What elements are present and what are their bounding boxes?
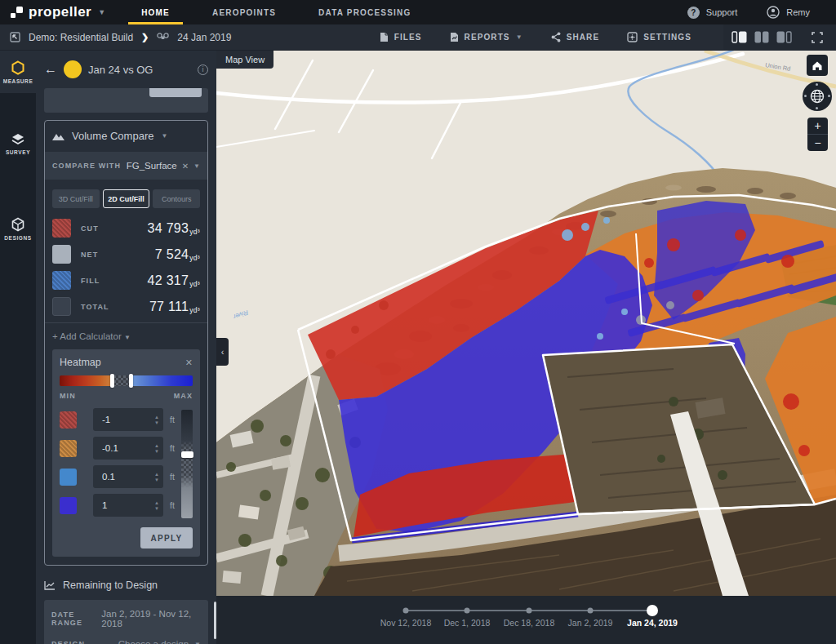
cutfill-view-tabs: 3D Cut/Fill 2D Cut/Fill Contours: [52, 189, 200, 208]
gradient-handle-left[interactable]: [110, 374, 114, 388]
opacity-slider[interactable]: [181, 410, 193, 518]
primary-nav-tabs: HOME AEROPOINTS DATA PROCESSING: [120, 0, 432, 24]
back-arrow-icon[interactable]: ←: [44, 62, 57, 77]
layout-sidebar-left-icon[interactable]: [732, 31, 747, 43]
report-icon: [450, 32, 459, 42]
compass-control[interactable]: [803, 82, 832, 111]
fill-label: FILL: [81, 277, 100, 285]
timeline-dot[interactable]: [465, 608, 470, 614]
cut-unit: yd³: [189, 228, 200, 236]
timeline-date-active[interactable]: Jan 24, 2019: [611, 618, 693, 628]
opacity-slider-handle[interactable]: [181, 451, 193, 458]
top-nav-right: ? Support Remy: [676, 6, 836, 19]
share-button[interactable]: SHARE: [537, 32, 614, 42]
breadcrumb: Demo: Residential Build ❯ 24 Jan 2019: [0, 32, 231, 43]
timeline-dot-active[interactable]: [647, 605, 658, 616]
reports-button[interactable]: REPORTS ▼: [436, 32, 537, 42]
scrolled-button-fragment[interactable]: [149, 88, 202, 97]
user-menu[interactable]: Remy: [755, 6, 821, 19]
unit-label: ft: [170, 443, 175, 453]
tab-home[interactable]: HOME: [120, 0, 191, 24]
home-view-button[interactable]: [807, 55, 828, 76]
map-scene: Union Rd: [216, 51, 836, 596]
fullscreen-button[interactable]: [800, 24, 836, 51]
volume-compare-header[interactable]: Volume Compare ▼: [52, 130, 200, 142]
threshold-input-orange[interactable]: [100, 442, 154, 454]
heatmap-gradient-bar[interactable]: [60, 375, 193, 386]
tab-contours[interactable]: Contours: [153, 189, 200, 208]
support-button[interactable]: ? Support: [676, 7, 749, 19]
timeline-dot[interactable]: [403, 608, 409, 614]
designs-cube-icon: [11, 217, 25, 232]
date-range-value[interactable]: Jan 2, 2019 - Nov 12, 2018: [101, 609, 201, 628]
remaining-to-design-header[interactable]: Remaining to Design: [44, 580, 208, 591]
propeller-logo[interactable]: propeller ▼: [0, 4, 113, 20]
rail-label-designs: DESIGNS: [4, 235, 31, 241]
heatmap-card: Heatmap ✕ MIN MAX: [52, 349, 200, 557]
layout-sidebar-right-icon[interactable]: [776, 31, 792, 43]
compare-surface-select[interactable]: FG_Surface ✕ ▼: [127, 161, 200, 171]
heatmap-close-icon[interactable]: ✕: [185, 358, 193, 368]
tab-data-processing[interactable]: DATA PROCESSING: [297, 0, 432, 24]
max-label: MAX: [174, 392, 193, 400]
map-view-tab[interactable]: Map View: [216, 51, 273, 69]
project-bar: Demo: Residential Build ❯ 24 Jan 2019 FI…: [0, 24, 836, 51]
rail-item-survey[interactable]: SURVEY: [0, 122, 36, 165]
panel-collapse-button[interactable]: ‹: [216, 338, 229, 366]
threshold-row-red: ▲▼ ft: [60, 408, 175, 431]
total-unit: yd³: [189, 306, 200, 314]
chart-line-icon: [44, 580, 56, 590]
threshold-input-indigo[interactable]: [100, 500, 154, 511]
settings-button[interactable]: SETTINGS: [613, 32, 705, 42]
net-value: 7 524yd³: [155, 247, 200, 262]
unit-label: ft: [170, 415, 175, 424]
threshold-row-blue: ▲▼ ft: [60, 465, 175, 488]
timeline-dot[interactable]: [588, 608, 594, 614]
volume-compare-card: Volume Compare ▼ COMPARE WITH FG_Surface…: [44, 120, 208, 566]
zoom-control: + −: [807, 118, 828, 151]
minmax-row: MIN MAX: [60, 392, 193, 400]
threshold-input-red[interactable]: [100, 414, 154, 425]
rail-item-measure[interactable]: MEASURE: [0, 51, 36, 93]
file-icon: [380, 32, 389, 42]
remaining-card: DATE RANGE Jan 2, 2019 - Nov 12, 2018 DE…: [44, 600, 208, 644]
apply-button[interactable]: APPLY: [140, 527, 193, 549]
add-calculator-button[interactable]: + Add Calculator ▼: [52, 331, 200, 341]
survey-date[interactable]: 24 Jan 2019: [177, 32, 231, 43]
tab-2d-cutfill[interactable]: 2D Cut/Fill: [103, 189, 150, 208]
clear-surface-icon[interactable]: ✕: [182, 162, 189, 171]
net-label: NET: [81, 251, 98, 259]
layer-color-dot[interactable]: [64, 60, 82, 78]
zoom-out-button[interactable]: −: [807, 135, 828, 151]
heatmap-body: ▲▼ ft ▲▼ ft: [60, 408, 193, 522]
rail-item-designs[interactable]: DESIGNS: [0, 207, 36, 250]
volume-row-total: TOTAL 77 111yd³: [52, 296, 200, 317]
rail-label-survey: SURVEY: [6, 149, 30, 155]
gradient-handle-right[interactable]: [129, 374, 133, 388]
threshold-swatch-orange: [60, 440, 77, 457]
logo-caret-icon[interactable]: ▼: [98, 8, 105, 16]
timeline-dot[interactable]: [527, 608, 532, 614]
zoom-in-button[interactable]: +: [807, 118, 828, 134]
stepper-icons[interactable]: ▲▼: [154, 443, 159, 454]
layout-split-icon[interactable]: [754, 31, 769, 43]
stepper-icons[interactable]: ▲▼: [154, 500, 159, 511]
settings-label: SETTINGS: [643, 33, 691, 42]
project-name[interactable]: Demo: Residential Build: [29, 32, 133, 43]
info-icon[interactable]: i: [198, 64, 208, 75]
tab-3d-cutfill[interactable]: 3D Cut/Fill: [52, 189, 100, 208]
stepper-icons[interactable]: ▲▼: [154, 472, 159, 482]
exit-project-icon[interactable]: [10, 32, 20, 42]
globe-icon: [810, 89, 825, 104]
threshold-input-blue[interactable]: [100, 471, 154, 482]
compare-with-label: COMPARE WITH: [52, 162, 121, 170]
map-viewport[interactable]: Union Rd: [216, 51, 836, 644]
files-label: FILES: [394, 33, 422, 42]
min-label: MIN: [60, 392, 76, 400]
volume-row-cut: CUT 34 793yd³: [52, 218, 200, 238]
stepper-icons[interactable]: ▲▼: [154, 415, 159, 425]
date-range-row: DATE RANGE Jan 2, 2019 - Nov 12, 2018: [51, 609, 201, 628]
design-select[interactable]: Choose a design ▼: [118, 639, 201, 644]
files-button[interactable]: FILES: [366, 32, 436, 42]
tab-aeropoints[interactable]: AEROPOINTS: [191, 0, 297, 24]
